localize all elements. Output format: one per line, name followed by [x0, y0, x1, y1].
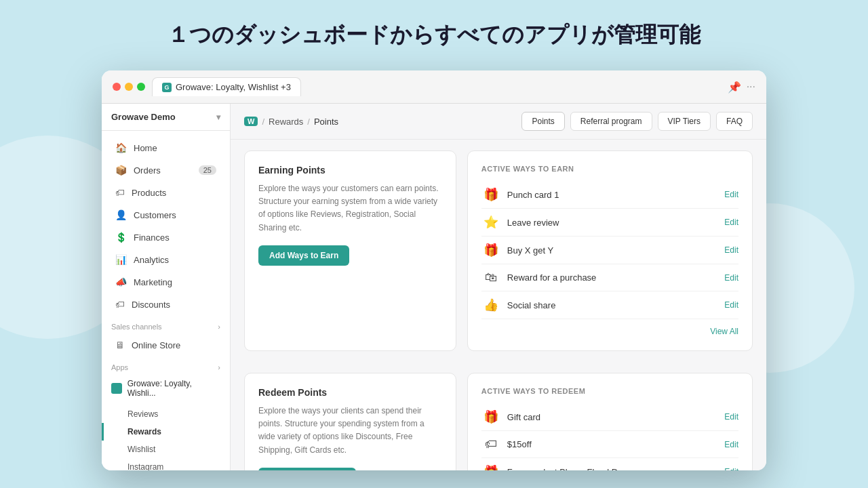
submenu-reviews[interactable]: Reviews — [102, 405, 230, 423]
pin-icon[interactable]: 📌 — [728, 81, 741, 94]
15off-icon: 🏷 — [481, 437, 500, 451]
marketing-icon: 📣 — [115, 277, 127, 287]
free-product-icon: 🎁 — [481, 464, 500, 470]
gift-card-label: Gift card — [507, 412, 717, 422]
submenu-instagram[interactable]: Instagram — [102, 458, 230, 470]
rewards-label: Rewards — [127, 427, 161, 436]
sidebar-item-marketing[interactable]: 📣 Marketing — [106, 271, 226, 293]
active-redeem-card: ACTIVE WAYS TO REDEEM 🎁 Gift card Edit 🏷… — [467, 373, 753, 470]
sales-channels-chevron: › — [218, 323, 220, 331]
redeem-row-free-product: 🎁 Free product Bloom Floral Dress Edit — [481, 458, 738, 470]
sidebar-item-discounts[interactable]: 🏷 Discounts — [106, 293, 226, 315]
reward-purchase-edit[interactable]: Edit — [724, 273, 738, 283]
minimize-dot[interactable] — [125, 83, 133, 91]
apps-chevron: › — [218, 363, 220, 371]
tab-favicon: G — [162, 83, 172, 92]
sidebar-item-home[interactable]: 🏠 Home — [106, 137, 226, 159]
sidebar-item-label: Online Store — [132, 340, 180, 350]
15off-label: $15off — [507, 439, 717, 449]
gift-card-edit[interactable]: Edit — [724, 412, 738, 422]
sidebar-item-products[interactable]: 🏷 Products — [106, 182, 226, 203]
sidebar-item-customers[interactable]: 👤 Customers — [106, 204, 226, 226]
leave-review-label: Leave review — [507, 218, 717, 228]
15off-edit[interactable]: Edit — [724, 440, 738, 449]
buy-x-get-y-label: Buy X get Y — [507, 245, 717, 256]
redeem-title: Redeem Points — [258, 387, 442, 398]
earning-desc: Explore the ways your customers can earn… — [258, 182, 442, 235]
main-content: W / Rewards / Points Points Referral pro… — [231, 104, 766, 470]
earning-section-row: Earning Points Explore the ways your cus… — [231, 140, 766, 362]
maximize-dot[interactable] — [137, 83, 145, 91]
tab-referral[interactable]: Referral program — [570, 112, 652, 131]
browser-actions: 📌 ··· — [728, 81, 755, 94]
breadcrumb-points: Points — [314, 117, 338, 127]
tab-faq[interactable]: FAQ — [716, 112, 753, 131]
leave-review-edit[interactable]: Edit — [724, 218, 738, 227]
view-all-row: View All — [481, 319, 738, 337]
add-spend-button[interactable]: Add Ways to Spend — [258, 468, 356, 470]
redeem-section-row: Redeem Points Explore the ways your clie… — [231, 362, 766, 470]
sidebar-item-analytics[interactable]: 📊 Analytics — [106, 249, 226, 270]
sidebar-item-growave-app[interactable]: Growave: Loyalty, Wishli... — [102, 374, 230, 403]
store-name: Growave Demo — [111, 112, 176, 122]
instagram-label: Instagram — [127, 462, 163, 470]
apps-section: Apps › — [102, 357, 230, 374]
punch-card-icon: 🎁 — [481, 187, 500, 202]
sidebar-item-label: Finances — [134, 232, 170, 243]
breadcrumb-home-icon: W — [244, 117, 258, 126]
free-product-label: Free product Bloom Floral Dress — [507, 467, 717, 471]
discounts-icon: 🏷 — [115, 299, 125, 310]
tab-buttons: Points Referral program VIP Tiers FAQ — [521, 112, 753, 131]
wishlist-label: Wishlist — [127, 445, 155, 454]
leave-review-icon: ⭐ — [481, 215, 500, 230]
sidebar-item-label: Analytics — [134, 255, 169, 265]
submenu-rewards[interactable]: Rewards — [102, 423, 230, 441]
sidebar-item-online-store[interactable]: 🖥 Online Store — [106, 334, 226, 356]
tab-title: Growave: Loyalty, Wishlist +3 — [176, 82, 291, 92]
sidebar: Growave Demo ▾ 🏠 Home 📦 Orders 25 🏷 Prod… — [102, 104, 231, 470]
submenu-wishlist[interactable]: Wishlist — [102, 441, 230, 458]
orders-icon: 📦 — [115, 165, 127, 176]
punch-card-edit[interactable]: Edit — [724, 190, 738, 199]
sales-channels-section: Sales channels › — [102, 316, 230, 333]
buy-x-get-y-icon: 🎁 — [481, 243, 500, 258]
reward-purchase-label: Reward for a purchase — [507, 272, 717, 283]
sidebar-item-label: Customers — [134, 210, 176, 220]
home-icon: 🏠 — [115, 142, 127, 153]
browser-tab[interactable]: G Growave: Loyalty, Wishlist +3 — [152, 77, 301, 96]
social-share-label: Social share — [507, 300, 717, 310]
sidebar-item-label: Home — [134, 143, 157, 153]
app-icon — [111, 383, 122, 394]
redeem-desc: Explore the ways your clients can spend … — [258, 405, 442, 457]
add-earn-button[interactable]: Add Ways to Earn — [258, 245, 349, 266]
sales-channels-label: Sales channels — [111, 323, 162, 331]
earn-row-social-share: 👍 Social share Edit — [481, 291, 738, 319]
breadcrumb-rewards: Rewards — [269, 117, 303, 127]
free-product-edit[interactable]: Edit — [724, 467, 738, 470]
sidebar-item-finances[interactable]: 💲 Finances — [106, 226, 226, 248]
earning-title: Earning Points — [258, 165, 442, 176]
redeem-card: Redeem Points Explore the ways your clie… — [244, 373, 456, 470]
view-all-link[interactable]: View All — [710, 327, 738, 336]
store-selector[interactable]: Growave Demo ▾ — [102, 104, 230, 131]
breadcrumb: W / Rewards / Points — [244, 117, 338, 127]
earn-row-leave-review: ⭐ Leave review Edit — [481, 209, 738, 237]
close-dot[interactable] — [113, 83, 121, 91]
redeem-row-gift-card: 🎁 Gift card Edit — [481, 403, 738, 431]
sidebar-item-label: Marketing — [134, 277, 172, 287]
more-options-icon[interactable]: ··· — [747, 81, 755, 93]
sidebar-item-label: Orders — [134, 165, 161, 176]
tab-points[interactable]: Points — [521, 112, 564, 131]
sidebar-item-orders[interactable]: 📦 Orders 25 — [106, 159, 226, 181]
earning-card: Earning Points Explore the ways your cus… — [244, 150, 456, 351]
social-share-icon: 👍 — [481, 298, 500, 312]
reward-purchase-icon: 🛍 — [481, 270, 500, 285]
punch-card-label: Punch card 1 — [507, 190, 717, 200]
app-name: Growave: Loyalty, Wishli... — [127, 379, 220, 398]
breadcrumb-sep2: / — [307, 117, 310, 127]
buy-x-get-y-edit[interactable]: Edit — [724, 245, 738, 255]
tab-vip[interactable]: VIP Tiers — [658, 112, 711, 131]
redeem-row-15off: 🏷 $15off Edit — [481, 431, 738, 458]
sidebar-item-label: Discounts — [132, 300, 170, 310]
social-share-edit[interactable]: Edit — [724, 300, 738, 310]
